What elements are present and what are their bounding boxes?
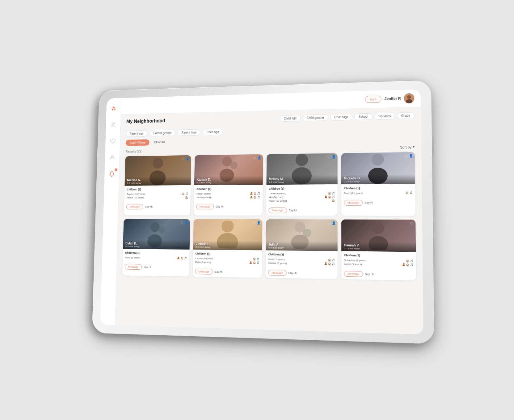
card-actions-4: ♡ 👤 xyxy=(180,221,188,225)
card-heart-icon-5[interactable]: ♡ xyxy=(252,221,256,225)
card-friend-icon-6[interactable]: 👤 xyxy=(332,221,335,226)
child-icons-2-2: 🏠 xyxy=(332,199,335,202)
child-icons-5-0: 🏠 🎵 xyxy=(253,258,259,260)
sidebar-icon-notification[interactable]: 0 xyxy=(107,169,116,179)
message-button-5[interactable]: Message xyxy=(195,269,213,275)
svg-point-1 xyxy=(114,123,115,124)
card-footer-1: Message Say Hi xyxy=(194,202,263,212)
card-heart-icon-3[interactable]: ♡ xyxy=(404,154,408,158)
card-heart-icon-2[interactable]: ♡ xyxy=(327,155,331,159)
say-hi-button-0[interactable]: Say Hi xyxy=(145,205,153,208)
filter-chip-child-tags[interactable]: Child tags xyxy=(330,114,352,121)
children-label-0: Children (2) xyxy=(127,188,188,191)
say-hi-button-5[interactable]: Say Hi xyxy=(214,270,222,273)
sidebar-icon-group[interactable] xyxy=(108,120,118,130)
say-hi-button-6[interactable]: Say Hi xyxy=(288,271,297,275)
card-footer-4: Message Say Hi xyxy=(122,262,189,273)
message-button-3[interactable]: Message xyxy=(344,200,363,205)
card-actions-3: ♡ 👤 xyxy=(404,154,413,159)
child-icons-6-1: 🧸 🏠 🎵 xyxy=(324,262,335,266)
children-label-4: Children (1) xyxy=(125,251,187,255)
filter-chip-child-age-2[interactable]: Child age xyxy=(203,129,223,136)
say-hi-button-7[interactable]: Say Hi xyxy=(365,272,373,276)
sort-by-dropdown[interactable]: Sort by ▾ xyxy=(400,145,415,149)
child-icons-2-0: 🏠 🎵 xyxy=(328,192,335,195)
filter-chip-services[interactable]: Services xyxy=(374,113,395,120)
svg-point-13 xyxy=(372,153,384,166)
filter-chip-parent-gender[interactable]: Parent gender xyxy=(150,130,175,136)
say-hi-button-3[interactable]: Say Hi xyxy=(364,201,373,204)
child-name-0-1: Jessie (12 years) xyxy=(127,196,144,199)
clear-all-button[interactable]: Clear All xyxy=(152,139,167,145)
card-footer-3: Message Say Hi xyxy=(341,198,415,208)
message-button-4[interactable]: Message xyxy=(125,264,142,270)
child-row-7-1: Jacob (5 years) 🧸 🏠 🎵 xyxy=(344,262,414,266)
child-row-0-1: Jessie (12 years) 🏠 xyxy=(127,196,188,199)
filter-chip-grade[interactable]: Grade xyxy=(397,112,415,119)
message-button-7[interactable]: Message xyxy=(344,271,363,277)
child-icons-6-0: 🏠 🎵 xyxy=(328,258,335,262)
card-heart-icon-1[interactable]: ♡ xyxy=(253,156,256,161)
invite-button[interactable]: Invit xyxy=(365,96,381,103)
message-button-2[interactable]: Message xyxy=(269,208,287,213)
card-photo-1: ♡ 👤 Kamala D. 0.6 mile away xyxy=(194,154,263,185)
filter-chip-parent-age[interactable]: Parent age xyxy=(126,130,148,137)
card-heart-icon-4[interactable]: ♡ xyxy=(180,221,183,225)
child-icons-7-0: 🏠 🎵 xyxy=(406,259,413,262)
message-button-0[interactable]: Message xyxy=(126,204,143,209)
cards-grid-row1: ♡ 👤 Nikolas K. 0.8 mile away Children (2… xyxy=(124,152,415,216)
child-name-3-0: David (11 years) xyxy=(344,192,363,195)
filter-chip-parent-tags[interactable]: Parent tags xyxy=(178,129,200,136)
child-name-6-0: Karl (12 years) xyxy=(268,258,284,261)
sidebar-icon-home[interactable] xyxy=(109,104,118,113)
child-icons-5-1: 🧸 🏠 🎵 xyxy=(249,261,259,264)
card-distance-7: 0.1 mile away xyxy=(344,247,413,250)
child-row-6-1: Gianna (5 years) 🧸 🏠 🎵 xyxy=(268,262,335,265)
card-friend-icon-1[interactable]: 👤 xyxy=(258,156,261,160)
card-body-6: Children (3) Karl (12 years) 🏠 🎵 Gianna … xyxy=(266,250,338,269)
card-body-1: Children (2) Karl (4 years) 🧸 🏠 🎵 Jacob … xyxy=(194,185,263,202)
card-friend-icon-0[interactable]: 👤 xyxy=(186,157,190,162)
message-button-1[interactable]: Message xyxy=(196,204,214,209)
card-overlay-1: Kamala D. 0.6 mile away xyxy=(194,176,263,185)
say-hi-button-1[interactable]: Say Hi xyxy=(215,205,223,208)
card-friend-icon-2[interactable]: 👤 xyxy=(332,155,335,159)
sidebar-icon-heart[interactable] xyxy=(108,136,117,146)
card-footer-6: Message Say Hi xyxy=(266,268,338,279)
card-overlay-7: Hannah V. 0.1 mile away xyxy=(341,242,416,252)
card-body-3: Children (1) David (11 years) 🏠 🎵 xyxy=(341,184,415,198)
filter-chip-school[interactable]: School xyxy=(354,113,372,120)
child-icons-2-1: 🧸 🏠 🎵 xyxy=(324,195,335,198)
child-row-2-2: Aiden (12 years) 🏠 xyxy=(269,199,335,202)
cards-grid-row2: ♡ 👤 Dylan D. 0.3 mile away Children (1) xyxy=(122,219,416,280)
sidebar-icon-profile[interactable] xyxy=(107,153,117,162)
card-heart-icon-0[interactable]: ♡ xyxy=(181,157,185,162)
card-overlay-4: Dylan D. 0.3 mile away xyxy=(123,240,190,250)
filter-chip-child-gender[interactable]: Child gender xyxy=(302,114,328,121)
card-heart-icon-7[interactable]: ♡ xyxy=(410,221,414,226)
sort-chevron-icon: ▾ xyxy=(413,145,415,149)
apply-filters-button[interactable]: Apply Filters xyxy=(126,139,150,146)
results-count: Results (22) xyxy=(125,149,142,153)
card-friend-icon-5[interactable]: 👤 xyxy=(257,221,261,225)
child-row-2-0: Daniel (8 years) 🏠 🎵 xyxy=(269,192,335,195)
card-footer-5: Message Say Hi xyxy=(193,267,262,278)
child-row-0-0: Sophie (10 years) 🏠 🎵 xyxy=(127,192,188,195)
tablet-device: 0 Invit Jenifer P. My Neighborhood xyxy=(92,80,434,344)
results-bar: Results (22) Sort by ▾ xyxy=(125,145,415,153)
child-name-7-1: Jacob (5 years) xyxy=(344,262,362,266)
say-hi-button-4[interactable]: Say Hi xyxy=(143,266,151,269)
svg-point-11 xyxy=(296,153,308,166)
filter-chip-child-age[interactable]: Child age xyxy=(280,115,301,122)
child-icons-1-0: 🧸 🏠 🎵 xyxy=(250,192,260,195)
say-hi-button-2[interactable]: Say Hi xyxy=(289,209,297,212)
card-heart-icon-6[interactable]: ♡ xyxy=(327,221,331,226)
page-area: My Neighborhood Child age Child gender C… xyxy=(115,107,423,335)
card-friend-icon-4[interactable]: 👤 xyxy=(185,221,188,225)
profile-card-0: ♡ 👤 Nikolas K. 0.8 mile away Children (2… xyxy=(124,155,191,216)
card-footer-0: Message Say Hi xyxy=(124,202,190,212)
tablet-screen: 0 Invit Jenifer P. My Neighborhood xyxy=(100,89,423,334)
children-label-5: Children (4) xyxy=(196,252,260,256)
card-friend-icon-3[interactable]: 👤 xyxy=(409,154,413,158)
message-button-6[interactable]: Message xyxy=(268,270,286,276)
